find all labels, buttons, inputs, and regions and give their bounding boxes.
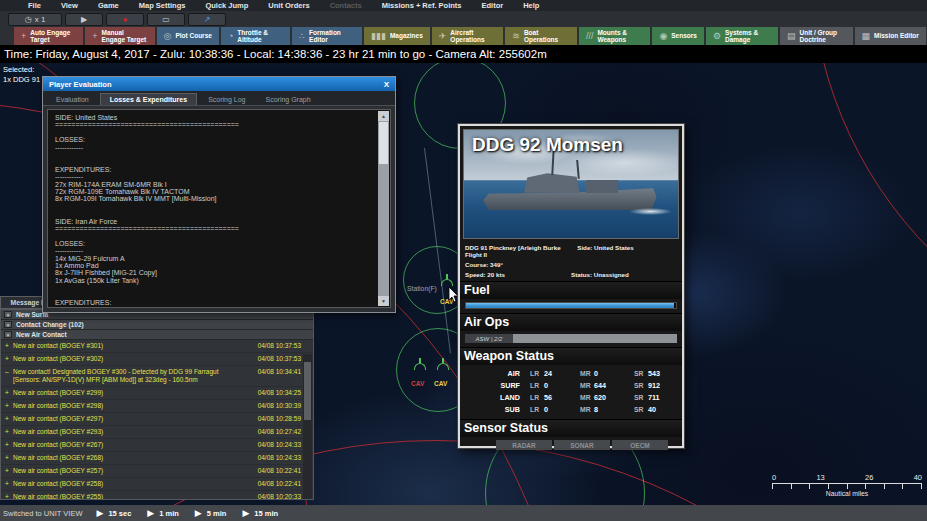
unit-course: Course: 349° bbox=[465, 261, 503, 268]
dialog-tab[interactable]: Losses & Expenditures bbox=[100, 93, 197, 105]
expand-indicator[interactable]: – bbox=[5, 368, 13, 375]
toolbar-button[interactable]: + Auto Engage Target bbox=[14, 27, 83, 45]
expand-indicator[interactable]: + bbox=[5, 355, 13, 362]
unit-info-panel: DDG 92 Momsen DDG 91 Pinckney [Arleigh B… bbox=[458, 124, 684, 448]
scroll-down-icon[interactable]: ▼ bbox=[378, 296, 389, 306]
expand-indicator[interactable]: + bbox=[5, 389, 13, 396]
toolbar-button[interactable]: ✈ Aircraft Operations bbox=[432, 27, 504, 45]
dialog-text-line: SIDE: United States bbox=[55, 114, 372, 121]
menu-item[interactable]: Missions + Ref. Points bbox=[382, 1, 462, 10]
sensor-toggle-button[interactable]: OECM bbox=[612, 440, 668, 450]
toolbar-button[interactable]: ▦ Mission Editor bbox=[855, 27, 926, 45]
expand-indicator[interactable]: + bbox=[5, 415, 13, 422]
time-advance-label: 15 sec bbox=[108, 509, 131, 518]
message-log-entry[interactable]: + New air contact (BOGEY #293) 04/08 10:… bbox=[1, 426, 313, 439]
message-log-entry[interactable]: + New air contact (BOGEY #299) 04/08 10:… bbox=[1, 387, 313, 400]
expand-indicator[interactable]: + bbox=[5, 441, 13, 448]
message-time: 04/08 10:24:33 bbox=[249, 454, 301, 461]
message-log-entry[interactable]: + New air contact (BOGEY #267) 04/08 10:… bbox=[1, 439, 313, 452]
toolbar-button[interactable]: ◉ Sensors bbox=[652, 27, 704, 45]
dialog-title-bar[interactable]: Player Evaluation X bbox=[43, 77, 395, 91]
toolbar-button[interactable]: /// Mounts & Weapons bbox=[579, 27, 651, 45]
message-log-entry[interactable]: + New air contact (BOGEY #298) 04/08 10:… bbox=[1, 400, 313, 413]
menu-item[interactable]: Editor bbox=[482, 1, 504, 10]
sensor-toggle-button[interactable]: RADAR bbox=[496, 440, 552, 450]
dialog-tab[interactable]: Scoring Graph bbox=[256, 94, 319, 105]
scale-unit-label: Nautical miles bbox=[772, 490, 922, 497]
message-log-panel: Message Log ▼ New Surfa ▼ Contact Change… bbox=[0, 296, 314, 500]
lr-column-label: LR bbox=[524, 370, 544, 377]
weapon-category: SUB bbox=[460, 405, 524, 414]
jump-button[interactable]: ↗ bbox=[188, 13, 226, 26]
camera-button[interactable]: ▭ bbox=[147, 13, 185, 26]
message-log-entry[interactable]: + New air contact (BOGEY #257) 04/08 10:… bbox=[1, 465, 313, 478]
time-compression-button[interactable]: ◷ x 1 bbox=[8, 13, 62, 26]
collapse-icon[interactable]: ▼ bbox=[4, 311, 12, 318]
expand-indicator[interactable]: + bbox=[5, 402, 13, 409]
message-group-header[interactable]: ▼ New Air Contact bbox=[1, 330, 313, 340]
time-advance-button[interactable]: ▶ 15 min bbox=[242, 509, 278, 518]
toolbar-button[interactable]: ▮▮▮ Magazines bbox=[364, 27, 430, 45]
expand-indicator[interactable]: + bbox=[5, 428, 13, 435]
dialog-text-line bbox=[55, 203, 372, 210]
menu-item[interactable]: Map Settings bbox=[139, 1, 186, 10]
dialog-tab[interactable]: Evaluation bbox=[47, 94, 98, 105]
collapse-icon[interactable]: ▼ bbox=[4, 331, 12, 338]
sensor-toggle-button[interactable]: SONAR bbox=[554, 440, 610, 450]
scrollbar-thumb[interactable] bbox=[304, 362, 311, 420]
message-log-entry[interactable]: – New contact! Designated BOGEY #300 - D… bbox=[1, 366, 313, 387]
weapon-status-row: LAND LR 56 MR 620 SR 711 bbox=[460, 391, 682, 403]
ship-wake bbox=[629, 208, 672, 216]
menu-item[interactable]: View bbox=[61, 1, 78, 10]
time-advance-button[interactable]: ▶ 5 min bbox=[195, 509, 227, 518]
scroll-up-icon[interactable]: ▲ bbox=[378, 111, 389, 121]
air-unit-symbol[interactable] bbox=[437, 363, 449, 370]
dialog-text-line: 27x RIM-174A ERAM SM-6MR Blk I bbox=[55, 181, 372, 188]
unit-status: Status: Unassigned bbox=[571, 271, 677, 278]
toolbar-button-icon: ◔ bbox=[228, 32, 233, 41]
record-button[interactable]: ● bbox=[106, 13, 144, 26]
expand-indicator[interactable]: + bbox=[5, 480, 13, 487]
play-button[interactable]: ▶ bbox=[65, 13, 103, 26]
dialog-text-line: 8x RGM-109I Tomahawk Blk IV MMT [Multi-M… bbox=[55, 195, 372, 202]
close-icon[interactable]: X bbox=[384, 80, 389, 89]
message-text: New air contact (BOGEY #258) bbox=[13, 480, 249, 488]
toolbar-button[interactable]: + Manual Engage Target bbox=[85, 27, 154, 45]
message-log-entry[interactable]: + New air contact (BOGEY #302) 04/08 10:… bbox=[1, 353, 313, 366]
toolbar-button[interactable]: ∴ Formation Editor bbox=[292, 27, 362, 45]
message-log-entry[interactable]: + New air contact (BOGEY #255) 04/08 10:… bbox=[1, 491, 313, 500]
message-log-entry[interactable]: + New air contact (BOGEY #301) 04/08 10:… bbox=[1, 340, 313, 353]
collapse-icon[interactable]: ▼ bbox=[4, 321, 12, 328]
message-list: + New air contact (BOGEY #301) 04/08 10:… bbox=[1, 340, 313, 500]
weapon-status-table: AIR LR 24 MR 0 SR 543 SURF LR 0 MR 644 S… bbox=[460, 365, 682, 419]
menu-item[interactable]: Quick Jump bbox=[205, 1, 248, 10]
time-advance-button[interactable]: ▶ 1 min bbox=[147, 509, 179, 518]
menu-item[interactable]: Help bbox=[523, 1, 539, 10]
air-ops-bar[interactable]: ASW | 2/2 bbox=[465, 334, 677, 343]
menu-item[interactable]: Contacts bbox=[330, 1, 362, 10]
message-log-entry[interactable]: + New air contact (BOGEY #297) 04/08 10:… bbox=[1, 413, 313, 426]
air-unit-symbol[interactable] bbox=[441, 279, 453, 286]
toolbar-button[interactable]: ◎ Plot Course bbox=[157, 27, 219, 45]
toolbar-button[interactable]: ≋ Boat Operations bbox=[505, 27, 577, 45]
expand-indicator[interactable]: + bbox=[5, 493, 13, 500]
message-log-entry[interactable]: + New air contact (BOGEY #258) 04/08 10:… bbox=[1, 478, 313, 491]
menu-item[interactable]: Unit Orders bbox=[268, 1, 309, 10]
time-advance-button[interactable]: ▶ 15 sec bbox=[96, 509, 131, 518]
dialog-tab[interactable]: Scoring Log bbox=[199, 94, 254, 105]
toolbar-button[interactable]: ◔ Throttle & Altitude bbox=[221, 27, 290, 45]
expand-indicator[interactable]: + bbox=[5, 467, 13, 474]
air-unit-symbol[interactable] bbox=[414, 363, 426, 370]
message-group-label: New Air Contact bbox=[16, 331, 67, 338]
toolbar-button[interactable]: ▤ Unit / Group Doctrine bbox=[780, 27, 853, 45]
scrollbar-thumb[interactable] bbox=[379, 122, 388, 164]
dialog-scrollbar[interactable]: ▲ ▼ bbox=[378, 111, 389, 306]
expand-indicator[interactable]: + bbox=[5, 342, 13, 349]
message-log-entry[interactable]: + New air contact (BOGEY #268) 04/08 10:… bbox=[1, 452, 313, 465]
message-group-header[interactable]: ▼ Contact Change (102) bbox=[1, 320, 313, 330]
message-log-scrollbar[interactable] bbox=[303, 354, 312, 499]
toolbar-button[interactable]: ⚙ Systems & Damage bbox=[706, 27, 778, 45]
menu-item[interactable]: File bbox=[28, 1, 41, 10]
menu-item[interactable]: Game bbox=[98, 1, 119, 10]
expand-indicator[interactable]: + bbox=[5, 454, 13, 461]
